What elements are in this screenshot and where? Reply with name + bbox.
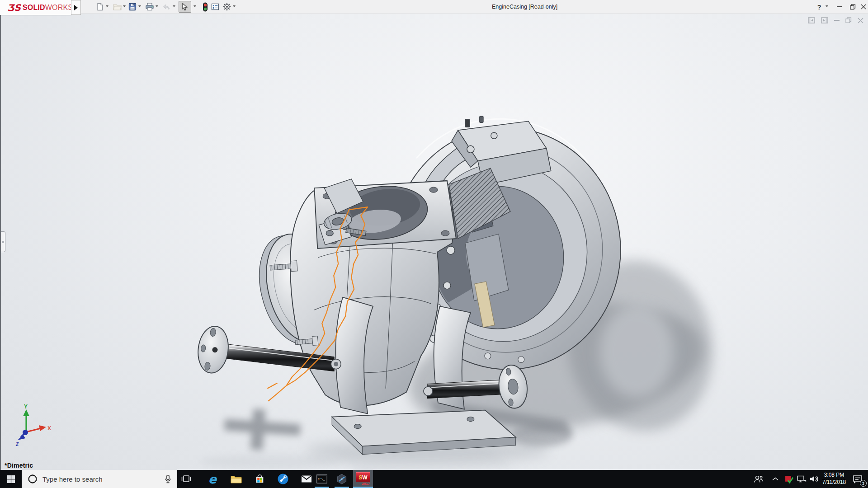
restore-icon <box>850 4 856 10</box>
doc-close-button[interactable] <box>858 18 863 23</box>
people-icon <box>753 474 764 483</box>
new-document-icon <box>96 3 104 11</box>
action-center-button[interactable]: 3 <box>848 470 867 488</box>
tray-time: 3:08 PM <box>822 472 846 479</box>
options-button[interactable] <box>221 1 233 13</box>
save-dropdown[interactable] <box>138 5 142 9</box>
doc-minimize-icon <box>834 20 840 21</box>
close-button[interactable] <box>859 0 868 14</box>
restore-button[interactable] <box>846 0 859 14</box>
open-folder-icon <box>113 3 122 10</box>
mail-icon <box>301 475 312 483</box>
search-input[interactable] <box>42 475 151 483</box>
notification-badge: 3 <box>860 480 867 487</box>
support-tool-button[interactable] <box>273 470 293 488</box>
file-properties-button[interactable] <box>209 1 221 13</box>
task-view-button[interactable] <box>176 470 196 488</box>
cortana-icon <box>28 474 38 484</box>
doc-close-icon <box>858 18 863 23</box>
model-canvas[interactable] <box>1 14 868 470</box>
hidden-icons-button[interactable] <box>769 470 782 488</box>
select-button[interactable] <box>179 1 191 13</box>
pane-left-icon <box>808 17 815 23</box>
new-document-button[interactable] <box>94 1 106 13</box>
minimize-button[interactable] <box>833 0 845 14</box>
network-icon <box>797 475 807 483</box>
gear-icon <box>223 3 231 11</box>
solidworks-logo: ƷS SOLIDWORKS <box>0 0 71 15</box>
save-button[interactable] <box>127 1 138 13</box>
collapse-left-pane-button[interactable] <box>808 17 815 23</box>
print-button[interactable] <box>144 1 156 13</box>
command-prompt-button[interactable]: C:\_ <box>312 470 332 488</box>
solidworks-taskbar-button[interactable]: SW 2017 <box>353 470 373 488</box>
windows-taskbar: e C:\_ SW 2017 <box>0 470 868 488</box>
start-button[interactable] <box>0 470 22 488</box>
options-dropdown[interactable] <box>233 5 236 9</box>
doc-restore-icon <box>845 17 852 23</box>
people-button[interactable] <box>750 470 767 488</box>
toolbar-flyout-button[interactable] <box>71 0 81 15</box>
z-axis-label: Z <box>15 442 19 447</box>
help-dropdown[interactable] <box>826 5 829 9</box>
file-explorer-button[interactable] <box>226 470 246 488</box>
brand-solid-text: SOLID <box>23 4 45 12</box>
solidworks-tray-button[interactable] <box>783 470 795 488</box>
print-icon <box>145 3 154 11</box>
wrench-circle-icon <box>277 473 289 485</box>
cad-tool-button[interactable] <box>332 470 352 488</box>
print-dropdown[interactable] <box>156 5 159 9</box>
solidworks-check-icon <box>785 475 793 483</box>
task-view-icon <box>181 474 192 484</box>
brand-works-text: WORKS <box>45 4 73 12</box>
undo-button[interactable] <box>161 1 173 13</box>
collapse-right-pane-button[interactable] <box>821 17 828 23</box>
graphics-viewport[interactable]: Y X Z *Dimetric <box>0 14 868 470</box>
volume-button[interactable] <box>808 470 821 488</box>
new-document-dropdown[interactable] <box>106 5 109 9</box>
command-prompt-text: C:\_ <box>318 478 325 481</box>
edge-icon: e <box>208 473 217 485</box>
pane-right-icon <box>821 17 828 23</box>
tray-date: 7/11/2018 <box>822 479 846 486</box>
document-window-controls <box>808 17 863 23</box>
y-axis-label: Y <box>24 404 28 410</box>
solidworks-logo-mark-icon: ƷS <box>7 3 21 12</box>
close-icon <box>861 4 866 9</box>
file-properties-icon <box>211 3 219 10</box>
x-axis-arrow <box>39 425 46 431</box>
file-explorer-icon <box>231 474 242 484</box>
undo-icon <box>163 3 171 10</box>
stoplight-icon <box>203 2 208 12</box>
select-dropdown[interactable] <box>193 5 197 9</box>
feature-manager-collapsed-tab[interactable] <box>1 231 5 252</box>
flyout-arrow-icon <box>74 5 78 10</box>
open-dropdown[interactable] <box>123 5 127 9</box>
undo-dropdown[interactable] <box>173 5 176 9</box>
save-floppy-icon <box>128 3 137 11</box>
edge-button[interactable]: e <box>203 470 222 488</box>
help-button[interactable]: ? <box>815 0 824 14</box>
solidworks-2017-icon: SW 2017 <box>356 472 370 486</box>
network-button[interactable] <box>795 470 808 488</box>
minimize-icon <box>837 6 842 7</box>
doc-restore-button[interactable] <box>845 17 852 23</box>
title-bar: ƷS SOLIDWORKS Engine <box>0 0 868 14</box>
select-cursor-icon <box>181 3 189 11</box>
open-button[interactable] <box>111 1 123 13</box>
volume-icon <box>809 475 819 483</box>
document-title: EngineCasing [Read-only] <box>492 0 557 14</box>
hexagon-app-icon <box>336 474 347 484</box>
doc-minimize-button[interactable] <box>834 20 840 21</box>
store-button[interactable] <box>250 470 269 488</box>
clock[interactable]: 3:08 PM 7/11/2018 <box>821 470 848 488</box>
store-icon <box>255 474 265 484</box>
windows-logo-icon <box>7 475 15 483</box>
view-orientation-name: *Dimetric <box>5 462 33 469</box>
y-axis-arrow <box>23 409 29 416</box>
microphone-icon <box>165 474 171 484</box>
chevron-up-icon <box>772 477 779 481</box>
taskbar-search[interactable] <box>22 470 177 488</box>
x-axis-label: X <box>47 425 51 432</box>
orientation-triad: Y X Z <box>8 404 51 448</box>
